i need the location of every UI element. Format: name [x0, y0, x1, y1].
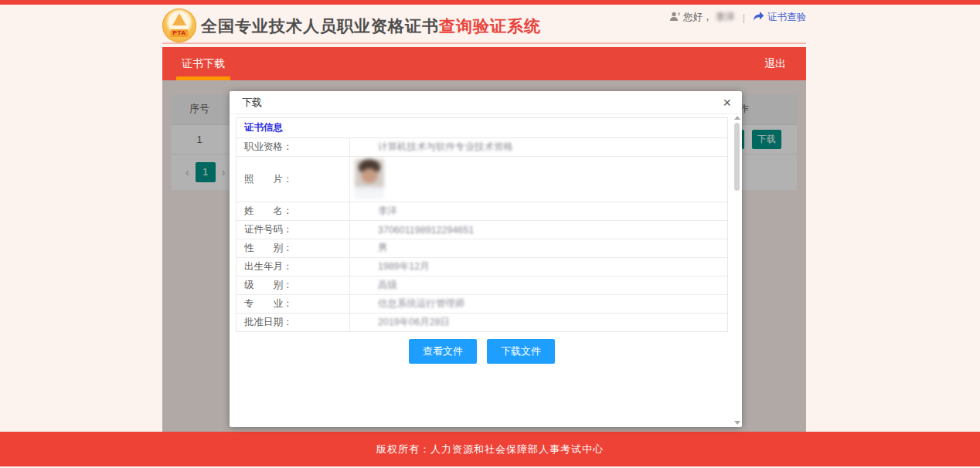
- close-icon[interactable]: ×: [720, 94, 734, 111]
- field-label: 专 业：: [236, 295, 350, 313]
- tab-certificate-download[interactable]: 证书下载: [176, 47, 230, 80]
- field-value: [350, 157, 727, 202]
- certificate-info-title: 证书信息: [236, 118, 727, 138]
- field-value: 信息系统运行管理师: [350, 295, 727, 313]
- site-logo: PTA: [162, 8, 196, 42]
- field-label: 证件号码：: [236, 221, 350, 239]
- field-label: 职业资格：: [236, 138, 350, 156]
- scroll-up-icon[interactable]: [734, 116, 740, 120]
- tab-label: 证书下载: [182, 57, 225, 71]
- main-nav: 证书下载 退出: [162, 47, 806, 80]
- field-row-qualification: 职业资格： 计算机技术与软件专业技术资格: [236, 138, 727, 157]
- field-value: 计算机技术与软件专业技术资格: [350, 138, 727, 156]
- modal-title: 下载: [242, 96, 262, 110]
- page-title-accent: 查询验证系统: [439, 17, 541, 35]
- field-row-specialty: 专 业： 信息系统运行管理师: [236, 295, 727, 314]
- footer: 版权所有：人力资源和社会保障部人事考试中心: [0, 432, 980, 466]
- logo-circle: PTA: [162, 8, 196, 42]
- field-row-gender: 性 别： 男: [236, 239, 727, 258]
- field-row-level: 级 别： 高级: [236, 276, 727, 295]
- modal-header: 下载: [230, 91, 742, 114]
- field-label: 出生年月：: [236, 258, 350, 276]
- field-label: 照 片：: [236, 157, 350, 202]
- field-label: 批准日期：: [236, 314, 350, 331]
- page-title: 全国专业技术人员职业资格证书查询验证系统: [201, 15, 541, 37]
- field-row-id-number: 证件号码： 370601198912294651: [236, 221, 727, 239]
- field-row-approval-date: 批准日期： 2019年06月28日: [236, 314, 727, 331]
- field-row-photo: 照 片：: [236, 157, 727, 202]
- modal-buttons: 查看文件 下载文件: [236, 339, 728, 364]
- certificate-verify-link[interactable]: 证书查验: [767, 11, 806, 24]
- user-name: 李洋: [716, 11, 735, 24]
- portrait-photo: [355, 159, 384, 199]
- scroll-down-icon[interactable]: [734, 421, 740, 425]
- download-modal: 下载 × 证书信息 职业资格： 计算机技术与软件专业技术资格 照 片： 姓 名：…: [230, 91, 742, 427]
- field-label: 姓 名：: [236, 202, 350, 220]
- field-value: 高级: [350, 276, 727, 294]
- field-value: 男: [350, 239, 727, 257]
- logo-flame-icon: [172, 13, 186, 25]
- scrollbar-thumb[interactable]: [734, 123, 740, 191]
- field-value: 2019年06月28日: [350, 314, 727, 331]
- page-title-main: 全国专业技术人员职业资格证书: [201, 17, 439, 35]
- copyright-text: 版权所有：人力资源和社会保障部人事考试中心: [376, 443, 604, 456]
- field-value: 370601198912294651: [350, 221, 727, 239]
- field-value: 1989年12月: [350, 258, 727, 276]
- view-file-button[interactable]: 查看文件: [409, 339, 477, 364]
- user-info: 您好， 李洋 | 证书查验: [669, 11, 806, 24]
- greeting-text: 您好，: [683, 11, 713, 24]
- logo-pta-text: PTA: [171, 29, 189, 37]
- field-value: 李洋: [350, 202, 727, 220]
- site-header: PTA 全国专业技术人员职业资格证书查询验证系统 您好， 李洋 | 证书查验: [162, 5, 806, 44]
- user-icon: [669, 12, 680, 24]
- modal-scrollbar[interactable]: [733, 116, 740, 425]
- share-arrow-icon: [753, 11, 764, 24]
- certificate-info-box: 证书信息 职业资格： 计算机技术与软件专业技术资格 照 片： 姓 名： 李洋 证…: [236, 117, 728, 332]
- field-row-birth: 出生年月： 1989年12月: [236, 258, 727, 276]
- download-file-button[interactable]: 下载文件: [487, 339, 555, 364]
- field-row-name: 姓 名： 李洋: [236, 202, 727, 221]
- logout-button[interactable]: 退出: [744, 47, 806, 80]
- separator: |: [743, 12, 745, 23]
- field-label: 性 别：: [236, 239, 350, 257]
- field-label: 级 别：: [236, 276, 350, 294]
- modal-body: 证书信息 职业资格： 计算机技术与软件专业技术资格 照 片： 姓 名： 李洋 证…: [230, 114, 742, 364]
